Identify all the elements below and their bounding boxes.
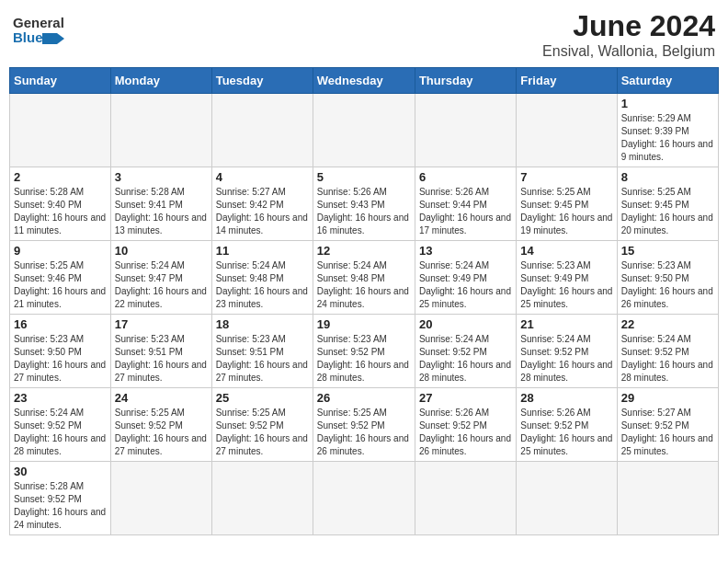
day-info: Sunrise: 5:23 AM Sunset: 9:51 PM Dayligh… [216, 333, 309, 385]
location: Ensival, Wallonia, Belgium [542, 43, 715, 60]
day-info: Sunrise: 5:24 AM Sunset: 9:52 PM Dayligh… [14, 407, 107, 458]
day-number: 11 [216, 244, 309, 258]
title-section: June 2024 Ensival, Wallonia, Belgium [542, 9, 715, 60]
week-row-6: 30Sunrise: 5:28 AM Sunset: 9:52 PM Dayli… [10, 462, 719, 535]
calendar-cell: 30Sunrise: 5:28 AM Sunset: 9:52 PM Dayli… [10, 462, 111, 535]
calendar-cell [617, 462, 718, 535]
day-number: 4 [216, 170, 309, 184]
calendar-cell [211, 462, 313, 535]
calendar-cell: 13Sunrise: 5:24 AM Sunset: 9:49 PM Dayli… [415, 241, 516, 315]
logo-icon: General Blue [13, 9, 64, 53]
month-year: June 2024 [542, 9, 715, 43]
day-info: Sunrise: 5:28 AM Sunset: 9:40 PM Dayligh… [14, 186, 107, 237]
header: General Blue June 2024 Ensival, Wallonia… [9, 9, 719, 60]
day-info: Sunrise: 5:23 AM Sunset: 9:52 PM Dayligh… [317, 333, 411, 385]
day-number: 9 [14, 244, 107, 258]
day-number: 18 [216, 317, 309, 331]
day-info: Sunrise: 5:25 AM Sunset: 9:45 PM Dayligh… [520, 186, 612, 237]
week-row-1: 1Sunrise: 5:29 AM Sunset: 9:39 PM Daylig… [10, 94, 719, 167]
day-info: Sunrise: 5:27 AM Sunset: 9:42 PM Dayligh… [216, 186, 309, 237]
calendar-cell: 22Sunrise: 5:24 AM Sunset: 9:52 PM Dayli… [617, 315, 718, 388]
calendar-cell: 6Sunrise: 5:26 AM Sunset: 9:44 PM Daylig… [415, 167, 516, 241]
day-number: 23 [14, 391, 107, 405]
week-row-2: 2Sunrise: 5:28 AM Sunset: 9:40 PM Daylig… [10, 167, 719, 241]
week-row-3: 9Sunrise: 5:25 AM Sunset: 9:46 PM Daylig… [10, 241, 719, 315]
day-info: Sunrise: 5:24 AM Sunset: 9:52 PM Dayligh… [520, 333, 612, 385]
calendar-cell: 25Sunrise: 5:25 AM Sunset: 9:52 PM Dayli… [211, 388, 313, 462]
svg-text:Blue: Blue [13, 29, 43, 45]
day-info: Sunrise: 5:25 AM Sunset: 9:52 PM Dayligh… [115, 407, 208, 458]
calendar-cell [517, 462, 617, 535]
day-number: 16 [14, 317, 107, 331]
calendar-cell [415, 94, 516, 167]
calendar-cell: 27Sunrise: 5:26 AM Sunset: 9:52 PM Dayli… [415, 388, 516, 462]
day-info: Sunrise: 5:24 AM Sunset: 9:52 PM Dayligh… [621, 333, 714, 385]
calendar-cell [110, 94, 211, 167]
calendar-cell: 2Sunrise: 5:28 AM Sunset: 9:40 PM Daylig… [10, 167, 111, 241]
calendar-cell: 28Sunrise: 5:26 AM Sunset: 9:52 PM Dayli… [517, 388, 617, 462]
calendar-cell: 18Sunrise: 5:23 AM Sunset: 9:51 PM Dayli… [211, 315, 313, 388]
day-info: Sunrise: 5:26 AM Sunset: 9:52 PM Dayligh… [419, 407, 512, 458]
header-tuesday: Tuesday [211, 68, 313, 94]
day-number: 30 [14, 465, 107, 478]
calendar-cell: 12Sunrise: 5:24 AM Sunset: 9:48 PM Dayli… [313, 241, 415, 315]
day-info: Sunrise: 5:26 AM Sunset: 9:44 PM Dayligh… [419, 186, 512, 237]
header-monday: Monday [110, 68, 211, 94]
calendar-cell: 3Sunrise: 5:28 AM Sunset: 9:41 PM Daylig… [110, 167, 211, 241]
day-number: 12 [317, 244, 411, 258]
svg-text:General: General [13, 15, 64, 30]
calendar-cell: 21Sunrise: 5:24 AM Sunset: 9:52 PM Dayli… [517, 315, 617, 388]
day-number: 26 [317, 391, 411, 405]
calendar-cell [517, 94, 617, 167]
day-info: Sunrise: 5:27 AM Sunset: 9:52 PM Dayligh… [621, 407, 714, 458]
calendar-cell: 5Sunrise: 5:26 AM Sunset: 9:43 PM Daylig… [313, 167, 415, 241]
day-info: Sunrise: 5:23 AM Sunset: 9:50 PM Dayligh… [14, 333, 107, 385]
day-info: Sunrise: 5:25 AM Sunset: 9:45 PM Dayligh… [621, 186, 714, 237]
calendar-cell: 20Sunrise: 5:24 AM Sunset: 9:52 PM Dayli… [415, 315, 516, 388]
day-number: 7 [520, 170, 612, 184]
week-row-5: 23Sunrise: 5:24 AM Sunset: 9:52 PM Dayli… [10, 388, 719, 462]
calendar-cell: 10Sunrise: 5:24 AM Sunset: 9:47 PM Dayli… [110, 241, 211, 315]
week-row-4: 16Sunrise: 5:23 AM Sunset: 9:50 PM Dayli… [10, 315, 719, 388]
calendar-cell [110, 462, 211, 535]
calendar-cell [211, 94, 313, 167]
svg-marker-2 [42, 33, 64, 44]
day-info: Sunrise: 5:26 AM Sunset: 9:43 PM Dayligh… [317, 186, 411, 237]
calendar-cell: 17Sunrise: 5:23 AM Sunset: 9:51 PM Dayli… [110, 315, 211, 388]
calendar-cell [10, 94, 111, 167]
day-info: Sunrise: 5:24 AM Sunset: 9:47 PM Dayligh… [115, 259, 208, 311]
calendar-cell: 9Sunrise: 5:25 AM Sunset: 9:46 PM Daylig… [10, 241, 111, 315]
day-info: Sunrise: 5:29 AM Sunset: 9:39 PM Dayligh… [621, 112, 714, 164]
header-thursday: Thursday [415, 68, 516, 94]
calendar-cell: 24Sunrise: 5:25 AM Sunset: 9:52 PM Dayli… [110, 388, 211, 462]
day-info: Sunrise: 5:25 AM Sunset: 9:52 PM Dayligh… [317, 407, 411, 458]
day-number: 3 [115, 170, 208, 184]
calendar-cell: 23Sunrise: 5:24 AM Sunset: 9:52 PM Dayli… [10, 388, 111, 462]
calendar-cell: 1Sunrise: 5:29 AM Sunset: 9:39 PM Daylig… [617, 94, 718, 167]
calendar-cell: 14Sunrise: 5:23 AM Sunset: 9:49 PM Dayli… [517, 241, 617, 315]
day-info: Sunrise: 5:23 AM Sunset: 9:49 PM Dayligh… [520, 259, 612, 311]
day-info: Sunrise: 5:25 AM Sunset: 9:46 PM Dayligh… [14, 259, 107, 311]
day-number: 8 [621, 170, 714, 184]
day-info: Sunrise: 5:24 AM Sunset: 9:49 PM Dayligh… [419, 259, 512, 311]
calendar-cell: 16Sunrise: 5:23 AM Sunset: 9:50 PM Dayli… [10, 315, 111, 388]
calendar-cell: 11Sunrise: 5:24 AM Sunset: 9:48 PM Dayli… [211, 241, 313, 315]
day-number: 24 [115, 391, 208, 405]
calendar-cell: 15Sunrise: 5:23 AM Sunset: 9:50 PM Dayli… [617, 241, 718, 315]
logo: General Blue [13, 9, 64, 53]
calendar-cell: 7Sunrise: 5:25 AM Sunset: 9:45 PM Daylig… [517, 167, 617, 241]
day-info: Sunrise: 5:26 AM Sunset: 9:52 PM Dayligh… [520, 407, 612, 458]
day-number: 6 [419, 170, 512, 184]
calendar-header-row: SundayMondayTuesdayWednesdayThursdayFrid… [10, 68, 719, 94]
day-number: 1 [621, 97, 714, 110]
header-wednesday: Wednesday [313, 68, 415, 94]
calendar-cell [313, 94, 415, 167]
day-info: Sunrise: 5:24 AM Sunset: 9:48 PM Dayligh… [216, 259, 309, 311]
day-number: 2 [14, 170, 107, 184]
day-number: 14 [520, 244, 612, 258]
calendar-cell: 26Sunrise: 5:25 AM Sunset: 9:52 PM Dayli… [313, 388, 415, 462]
calendar-table: SundayMondayTuesdayWednesdayThursdayFrid… [9, 67, 719, 535]
calendar-cell [313, 462, 415, 535]
day-number: 5 [317, 170, 411, 184]
calendar-cell: 4Sunrise: 5:27 AM Sunset: 9:42 PM Daylig… [211, 167, 313, 241]
